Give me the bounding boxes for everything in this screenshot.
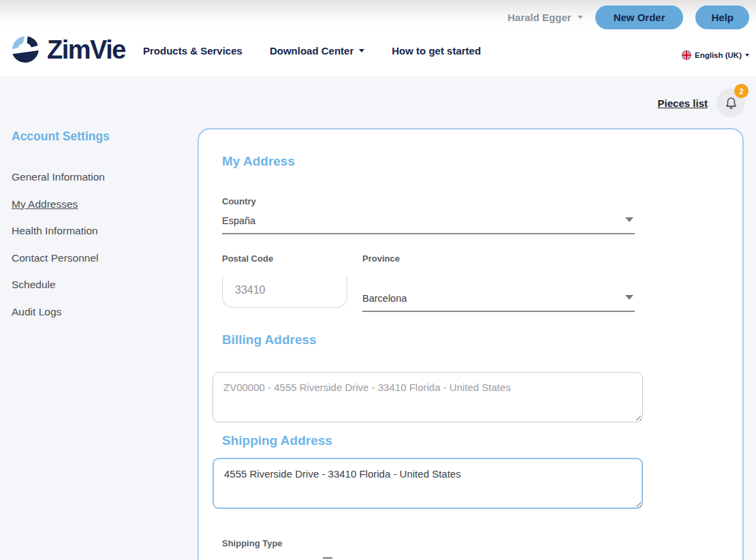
province-label: Province: [362, 253, 742, 264]
language-label: English (UK): [695, 51, 742, 59]
new-order-button[interactable]: New Order: [595, 5, 684, 29]
header: Harald Egger New Order Help ZimVie Produ…: [0, 0, 756, 76]
uk-flag-icon: [682, 50, 691, 60]
postal-province-row: Postal Code Province Barcelona: [222, 253, 742, 312]
sidebar-item-health-information[interactable]: Health Information: [12, 225, 182, 237]
postal-code-label: Postal Code: [222, 253, 362, 264]
shipping-address-textarea[interactable]: 4555 Riverside Drive - 33410 Florida - U…: [212, 458, 643, 509]
shipping-type-checkbox-partial[interactable]: [323, 557, 332, 560]
zimvie-logo-mark-icon: [10, 34, 41, 65]
sidebar-item-general-information[interactable]: General Information: [12, 171, 182, 183]
nav-how-to-get-started[interactable]: How to get started: [392, 45, 481, 57]
sidebar: Account Settings General Information My …: [12, 129, 182, 332]
caret-down-icon: [625, 295, 633, 300]
user-menu[interactable]: Harald Egger: [507, 12, 582, 23]
page: Harald Egger New Order Help ZimVie Produ…: [0, 0, 756, 560]
postal-code-field: Postal Code: [222, 253, 362, 312]
notification-badge: 2: [734, 84, 749, 98]
nav-label: Products & Services: [143, 45, 242, 57]
caret-down-icon: [745, 54, 749, 57]
zimvie-logo-text: ZimVie: [47, 37, 125, 63]
shipping-address-heading: Shipping Address: [222, 433, 742, 448]
sidebar-item-schedule[interactable]: Schedule: [12, 279, 182, 291]
province-value: Barcelona: [362, 293, 407, 304]
caret-down-icon: [578, 16, 583, 19]
my-address-panel: My Address Country España Postal Code Pr…: [198, 128, 744, 560]
sidebar-item-audit-logs[interactable]: Audit Logs: [12, 306, 182, 318]
nav-download-center[interactable]: Download Center: [270, 45, 364, 57]
bell-icon: [723, 95, 739, 111]
caret-down-icon: [625, 217, 633, 222]
nav-label: Download Center: [270, 45, 353, 57]
province-field: Province Barcelona: [362, 253, 742, 312]
billing-address-textarea[interactable]: ZV00000 - 4555 Riverside Drive - 33410 F…: [212, 372, 643, 422]
nav-products-services[interactable]: Products & Services: [143, 45, 242, 57]
language-selector[interactable]: English (UK): [682, 50, 749, 60]
caret-down-icon: [359, 49, 364, 52]
country-select[interactable]: España: [222, 215, 635, 234]
nav-label: How to get started: [392, 45, 481, 57]
sidebar-item-contact-personnel[interactable]: Contact Personnel: [12, 252, 182, 264]
postal-code-input[interactable]: [222, 276, 347, 308]
user-name: Harald Egger: [507, 12, 571, 23]
shipping-type-label: Shipping Type: [222, 538, 742, 548]
main-nav: Products & Services Download Center How …: [143, 45, 481, 57]
pieces-row: Pieces list 2: [658, 89, 745, 117]
pieces-list-link[interactable]: Pieces list: [658, 97, 708, 109]
zimvie-logo[interactable]: ZimVie: [10, 34, 125, 65]
billing-address-field: ZV00000 - 4555 Riverside Drive - 33410 F…: [212, 372, 643, 422]
country-value: España: [222, 215, 255, 226]
help-button[interactable]: Help: [695, 5, 749, 29]
my-address-heading: My Address: [222, 154, 742, 169]
header-top-row: Harald Egger New Order Help: [507, 5, 749, 29]
province-select[interactable]: Barcelona: [362, 292, 635, 312]
country-label: Country: [222, 196, 742, 206]
notifications-button[interactable]: 2: [716, 89, 745, 117]
shipping-address-field: 4555 Riverside Drive - 33410 Florida - U…: [212, 458, 643, 509]
billing-address-heading: Billing Address: [222, 332, 742, 347]
sidebar-title: Account Settings: [12, 129, 182, 144]
sidebar-item-my-addresses[interactable]: My Addresses: [12, 198, 182, 211]
